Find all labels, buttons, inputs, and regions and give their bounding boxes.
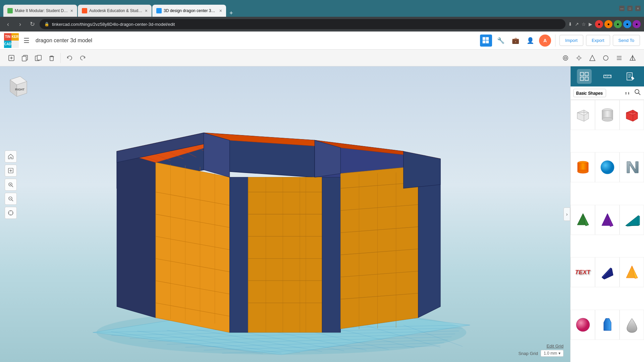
wrench-button[interactable]: 🔧	[495, 35, 507, 47]
shape-orange-cylinder[interactable]	[571, 152, 595, 182]
bookmark-icon[interactable]: ☆	[582, 21, 586, 27]
undo-button[interactable]	[63, 52, 75, 64]
duplicate-button[interactable]	[32, 52, 44, 64]
shape-yellow-pyramid[interactable]	[620, 257, 644, 287]
svg-rect-3	[486, 41, 489, 43]
shapes-grid: TEXT	[571, 100, 644, 362]
shape-pink-sphere[interactable]	[571, 310, 595, 340]
shape-blue-vase[interactable]	[595, 310, 620, 340]
tab-3-close[interactable]: ×	[219, 8, 222, 13]
extension-3[interactable]: ●	[614, 20, 622, 28]
shape-button[interactable]	[586, 52, 598, 64]
tab-1[interactable]: Make It Modular: Student Design... ×	[3, 5, 77, 17]
back-button[interactable]: ‹	[3, 19, 13, 29]
category-select[interactable]: Basic Shapes	[573, 89, 606, 97]
send-to-button[interactable]: Send To	[613, 35, 640, 46]
maximize-button[interactable]: □	[627, 6, 633, 11]
shape-purple-pyramid[interactable]	[595, 205, 620, 235]
svg-marker-153	[638, 216, 640, 226]
logo-bl: CAD	[4, 41, 11, 48]
svg-marker-25	[633, 56, 635, 60]
shapes-grid-view-button[interactable]	[577, 69, 592, 84]
app-header: TIN KER CAD ☰ dragon center 3d model 🔧 💼…	[0, 32, 644, 50]
align-button[interactable]	[613, 52, 625, 64]
new-shape-button[interactable]	[5, 52, 17, 64]
snap-grid-value[interactable]: 1.0 mm ▾	[541, 350, 564, 357]
minimize-button[interactable]: —	[619, 6, 625, 11]
extension-2[interactable]: ●	[604, 20, 612, 28]
search-icon[interactable]	[634, 88, 641, 98]
shape-teal-wedge[interactable]	[620, 205, 644, 235]
close-button[interactable]: ×	[635, 6, 641, 11]
panel-collapse-arrow[interactable]: ›	[564, 207, 570, 221]
project-title: dragon center 3d model	[36, 38, 92, 44]
shapes-grid-icon	[580, 72, 589, 81]
svg-rect-119	[585, 77, 588, 80]
light-button[interactable]	[573, 52, 585, 64]
shape-icon	[589, 54, 596, 62]
extension-5[interactable]: ●	[633, 20, 641, 28]
grid-view-button[interactable]	[480, 35, 492, 47]
shape-blue-wedge[interactable]	[595, 257, 620, 287]
copy-icon	[21, 54, 29, 62]
redo-button[interactable]	[77, 52, 89, 64]
circle-button[interactable]	[600, 52, 612, 64]
svg-marker-114	[404, 152, 440, 188]
shape-blue-sphere[interactable]	[595, 152, 620, 182]
shape-n-letter[interactable]	[620, 152, 644, 182]
svg-marker-92	[322, 177, 340, 333]
forward-button[interactable]: ›	[15, 19, 25, 29]
cast-icon[interactable]: ▶	[589, 21, 592, 27]
delete-button[interactable]	[46, 52, 58, 64]
tab-2-favicon	[82, 8, 87, 13]
tab-3[interactable]: 3D design dragon center 3d mo... ×	[152, 5, 226, 17]
ruler-button[interactable]	[600, 69, 615, 84]
share-icon[interactable]: ↗	[575, 21, 579, 27]
reload-button[interactable]: ↻	[28, 19, 37, 29]
export-button[interactable]: Export	[586, 35, 610, 46]
address-bar[interactable]: 🔒 tinkercad.com/things/2vz58y8D4lo-drago…	[40, 19, 566, 29]
mirror-button[interactable]	[627, 52, 639, 64]
shape-green-pyramid[interactable]	[571, 205, 595, 235]
tab-2-close[interactable]: ×	[145, 8, 148, 13]
shape-gray-drop[interactable]	[620, 310, 644, 340]
header-separator	[555, 35, 555, 47]
grid-view-icon	[482, 37, 490, 44]
tab-2-title: Autodesk Education & Student A...	[89, 8, 143, 13]
header-right: 🔧 💼 👤 A Import Export Send To	[480, 35, 640, 47]
svg-marker-129	[631, 76, 634, 80]
address-bar-row: ‹ › ↻ 🔒 tinkercad.com/things/2vz58y8D4lo…	[0, 17, 644, 32]
user-avatar[interactable]: A	[539, 35, 551, 47]
light-icon	[575, 54, 583, 62]
download-icon[interactable]: ⬇	[568, 21, 572, 27]
shape-red-box[interactable]	[620, 100, 644, 130]
hamburger-menu[interactable]: ☰	[23, 37, 30, 45]
tab-1-close[interactable]: ×	[70, 8, 73, 13]
extension-4[interactable]: ●	[623, 20, 631, 28]
svg-rect-116	[580, 72, 584, 76]
svg-marker-81	[248, 177, 322, 333]
svg-rect-2	[483, 41, 485, 43]
svg-point-14	[578, 57, 580, 59]
shape-white-box[interactable]	[571, 100, 595, 130]
svg-rect-117	[585, 72, 588, 76]
import-button[interactable]: Import	[559, 35, 583, 46]
edit-grid-button[interactable]: Edit Grid	[546, 344, 564, 349]
briefcase-button[interactable]: 💼	[509, 35, 522, 47]
shape-3d-text[interactable]: TEXT	[571, 257, 595, 287]
logo-tl: TIN	[4, 33, 11, 41]
toolbar-right-buttons	[559, 52, 639, 64]
copy-button[interactable]	[19, 52, 31, 64]
extension-1[interactable]: ●	[595, 20, 603, 28]
camera-button[interactable]	[559, 52, 572, 64]
new-tab-button[interactable]: +	[227, 10, 236, 17]
svg-point-130	[635, 89, 639, 94]
notes-button[interactable]	[623, 69, 638, 84]
tinkercad-logo[interactable]: TIN KER CAD	[4, 33, 19, 48]
3d-model-svg[interactable]	[0, 66, 570, 362]
tab-1-title: Make It Modular: Student Design...	[15, 8, 68, 13]
tab-2[interactable]: Autodesk Education & Student A... ×	[78, 5, 152, 17]
user-button[interactable]: 👤	[524, 35, 536, 47]
shape-white-cylinder[interactable]	[595, 100, 620, 130]
viewport[interactable]: RIGHT	[0, 66, 570, 362]
